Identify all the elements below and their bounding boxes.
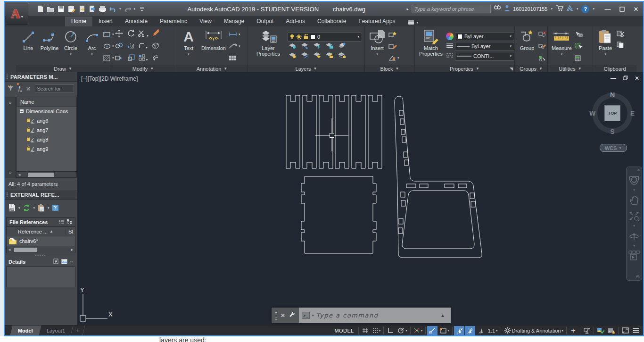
circle-button[interactable]: Circle ▾ bbox=[61, 28, 81, 65]
annotation-scale-dropdown[interactable]: 1:1▾ bbox=[487, 326, 499, 335]
layer-freeze-tool[interactable] bbox=[313, 42, 322, 51]
customization-menu-icon[interactable] bbox=[631, 326, 641, 335]
polar-tracking-toggle[interactable]: ▾ bbox=[396, 326, 409, 335]
panel-label-clipboard[interactable]: Clipboard bbox=[593, 65, 636, 72]
open-file-button[interactable] bbox=[46, 5, 55, 14]
chevron-down-icon[interactable]: ▾ bbox=[18, 206, 20, 210]
xref-file-row[interactable]: chairv6* bbox=[6, 236, 75, 246]
transfer-button[interactable] bbox=[88, 5, 97, 14]
layer-on-tool[interactable] bbox=[313, 52, 322, 60]
lineweight-dropdown[interactable]: ByLayer ▾ bbox=[455, 42, 514, 51]
group-edit-tool[interactable] bbox=[538, 42, 546, 50]
chevron-down-icon[interactable]: ▾ bbox=[633, 244, 635, 248]
group-selection-tool[interactable] bbox=[538, 54, 546, 62]
copy-clip-tool[interactable] bbox=[617, 41, 625, 49]
parameters-column-header[interactable]: Name bbox=[17, 97, 76, 107]
parameters-hscrollbar[interactable]: ◂ bbox=[17, 171, 76, 177]
chevron-down-icon[interactable]: ▾ bbox=[405, 329, 407, 333]
dimension-button[interactable]: Dimension bbox=[200, 28, 227, 65]
filter-icon[interactable] bbox=[8, 85, 15, 92]
layout1-tab[interactable]: Layout1 bbox=[39, 325, 73, 335]
save-button[interactable] bbox=[57, 5, 66, 14]
panel-launcher-icon[interactable]: ◥ bbox=[510, 67, 513, 71]
dynamic-input-toggle[interactable]: ▾ bbox=[438, 326, 451, 335]
report-icon[interactable] bbox=[37, 203, 45, 213]
panel-label-utilities[interactable]: Utilities▼ bbox=[548, 65, 593, 72]
chevron-down-icon[interactable]: ▾ bbox=[633, 224, 635, 228]
layer-walk-tool[interactable] bbox=[338, 52, 346, 60]
tab-view[interactable]: View bbox=[193, 17, 218, 26]
quick-select-tool[interactable] bbox=[575, 30, 583, 38]
panel-label-groups[interactable]: Groups▼ bbox=[515, 65, 547, 72]
ungroup-tool[interactable] bbox=[538, 30, 546, 38]
doc-minimize-icon[interactable]: — bbox=[611, 75, 616, 82]
grid-display-toggle[interactable] bbox=[360, 326, 371, 335]
scale-button[interactable] bbox=[128, 54, 135, 63]
help-icon[interactable]: ? bbox=[581, 5, 589, 13]
erase-button[interactable] bbox=[152, 29, 159, 39]
orbit-icon[interactable] bbox=[628, 228, 640, 244]
undo-dropdown[interactable]: ▾ bbox=[119, 7, 121, 11]
paste-button[interactable]: Paste ▾ bbox=[595, 28, 615, 65]
object-color-icon[interactable] bbox=[446, 33, 454, 40]
panel-label-block[interactable]: Block▼ bbox=[365, 65, 414, 72]
explode-button[interactable] bbox=[152, 42, 159, 51]
zoom-extents-icon[interactable] bbox=[628, 208, 640, 224]
group-button[interactable]: Group bbox=[517, 28, 537, 65]
tab-annotate[interactable]: Annotate bbox=[119, 17, 154, 26]
customize-wrench-icon[interactable] bbox=[289, 311, 296, 320]
column-reference-name[interactable]: Reference ... bbox=[18, 229, 48, 234]
panel-label-annotation[interactable]: Annotation▼ bbox=[176, 65, 248, 72]
expression-fx-icon[interactable]: fx bbox=[18, 84, 22, 93]
isolate-objects-toggle[interactable] bbox=[582, 326, 592, 335]
navigation-wheel-icon[interactable] bbox=[628, 172, 640, 188]
qat-customize-dropdown[interactable] bbox=[137, 5, 146, 14]
layer-properties-button[interactable]: Layer Properties bbox=[250, 28, 286, 65]
palette-grip[interactable] bbox=[6, 192, 8, 198]
parameter-row[interactable]: ang6 bbox=[17, 116, 76, 125]
app-store-dropdown[interactable]: ▾ bbox=[577, 7, 578, 11]
chevron-down-icon[interactable]: ▾ bbox=[48, 206, 50, 210]
help-dropdown[interactable]: ▾ bbox=[593, 7, 594, 11]
save-as-button[interactable] bbox=[67, 5, 76, 14]
viewport-controls-label[interactable]: [−][Top][2D Wireframe] bbox=[81, 75, 138, 82]
tab-collaborate[interactable]: Collaborate bbox=[311, 17, 352, 26]
scroll-left-icon[interactable]: ◂ bbox=[17, 172, 22, 177]
chevron-down-icon[interactable]: ▾ bbox=[633, 188, 635, 192]
cut-tool[interactable] bbox=[617, 30, 625, 38]
panel-label-properties[interactable]: Properties▼◥ bbox=[415, 65, 514, 72]
parameter-group-row[interactable]: Dimensional Cons bbox=[17, 107, 76, 116]
expand-columns-top-icon[interactable]: » bbox=[8, 100, 11, 105]
insert-button[interactable]: Insert ▾ bbox=[367, 28, 387, 65]
new-layout-button[interactable]: + bbox=[71, 325, 85, 335]
application-menu-button[interactable]: A ▾ bbox=[6, 3, 28, 25]
copy-button[interactable] bbox=[115, 42, 123, 50]
annotation-visibility-toggle[interactable] bbox=[454, 326, 464, 335]
move-button[interactable] bbox=[115, 29, 123, 39]
viewcube-north[interactable]: N bbox=[610, 91, 615, 99]
delete-parameter-icon[interactable]: ✕ bbox=[26, 85, 31, 92]
edit-attributes-tool[interactable]: ▾ bbox=[388, 54, 400, 62]
maximize-button[interactable] bbox=[615, 4, 629, 14]
rotate-button[interactable] bbox=[127, 29, 135, 39]
details-view-icon[interactable] bbox=[53, 259, 58, 265]
layer-make-current-tool[interactable] bbox=[289, 52, 297, 60]
redo-dropdown[interactable]: ▾ bbox=[134, 7, 136, 11]
layer-isolate-tool[interactable] bbox=[301, 42, 309, 51]
list-view-icon[interactable] bbox=[59, 219, 64, 225]
xref-hscrollbar[interactable]: ◂ ▸ bbox=[6, 246, 75, 253]
text-button[interactable]: A Text ▾ bbox=[179, 28, 198, 65]
line-button[interactable]: Line bbox=[18, 28, 38, 65]
minimize-button[interactable]: — bbox=[601, 4, 615, 14]
polyline-button[interactable]: Polyline bbox=[40, 28, 59, 65]
linetype-icon[interactable] bbox=[446, 51, 454, 60]
scroll-left-icon[interactable]: ◂ bbox=[7, 247, 12, 252]
trim-button[interactable]: ▾ bbox=[138, 30, 149, 39]
search-icon[interactable] bbox=[494, 5, 501, 13]
keyword-search-input[interactable] bbox=[412, 5, 491, 13]
tab-home[interactable]: Home bbox=[65, 17, 92, 26]
chevron-down-icon[interactable]: ▾ bbox=[379, 329, 381, 333]
command-history-expand-icon[interactable]: ▲ bbox=[438, 313, 448, 318]
chevron-down-icon[interactable]: ▾ bbox=[421, 329, 423, 333]
doc-restore-icon[interactable] bbox=[623, 75, 628, 82]
